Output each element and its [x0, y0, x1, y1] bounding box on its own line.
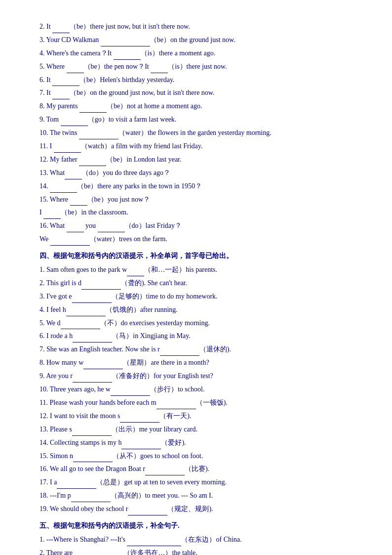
blank-s17[interactable] — [57, 482, 96, 489]
s16: 16. We all go to see the Dragon Boat r（比… — [39, 463, 362, 475]
blank-5b[interactable] — [151, 66, 168, 73]
blank-15a[interactable] — [70, 199, 87, 206]
section-4-title: 四、根据句意和括号内的汉语提示，补全单词，首字母已给出。 — [39, 250, 362, 262]
exercise-content: 2. It （be）there just now, but it isn't t… — [39, 20, 362, 555]
blank-s19[interactable] — [128, 509, 167, 515]
s14: 14. Collecting stamps is my h（爱好). — [39, 436, 362, 449]
s5: 5. We d（不）do exercises yesterday morning… — [39, 317, 362, 330]
blank-8[interactable] — [79, 106, 107, 113]
line-15a: 15. Where （be）you just now？ — [39, 193, 362, 206]
s12: 12. I want to visit the moon s（有一天). — [39, 410, 362, 423]
blank-16b[interactable] — [98, 225, 125, 232]
blank-s12[interactable] — [120, 416, 159, 423]
blank-s14[interactable] — [121, 442, 161, 449]
blank-t1a[interactable] — [127, 539, 154, 546]
s7: 7. She was an English teacher. Now she i… — [39, 343, 362, 356]
blank-s7[interactable] — [160, 349, 199, 356]
line-9: 9. Tom （go）to visit a farm last week. — [39, 113, 362, 126]
s13: 13. Please s（出示）me your library card. — [39, 423, 362, 436]
blank-s5[interactable] — [61, 322, 100, 329]
s19: 19. We should obey the school r（规定、规则). — [39, 503, 362, 515]
blank-s8[interactable] — [83, 362, 123, 369]
blank-t2[interactable] — [74, 553, 123, 555]
blank-s2[interactable] — [81, 283, 121, 290]
blank-s3[interactable] — [72, 296, 112, 303]
line-7: 7. It （be）on the ground just now, but it… — [39, 86, 362, 99]
line-12: 12. My father （be）in London last year. — [39, 153, 362, 166]
blank-13[interactable] — [65, 172, 82, 179]
blank-s6[interactable] — [73, 336, 112, 342]
blank-s15[interactable] — [73, 455, 113, 462]
blank-11[interactable] — [54, 146, 81, 153]
s8: 8. How many w（星期）are there in a month? — [39, 356, 362, 369]
blank-t1b[interactable] — [154, 539, 181, 546]
s2: 2. This girl is d（聋的). She can't hear. — [39, 277, 362, 290]
s15: 15. Simon n（从不）goes to school on foot. — [39, 450, 362, 463]
line-16c: We （water）trees on the farm. — [39, 233, 362, 246]
blank-9[interactable] — [61, 119, 88, 126]
blank-6[interactable] — [52, 79, 79, 86]
line-6: 6. It （be）Helen's birthday yesterday. — [39, 74, 362, 86]
blank-s16[interactable] — [145, 469, 185, 475]
blank-4[interactable] — [114, 53, 141, 60]
blank-s4[interactable] — [66, 309, 106, 316]
s18: 18. ---I'm p（高兴的）to meet you. --- So am … — [39, 489, 362, 502]
line-4: 4. Where's the camera？It （is）there a mom… — [39, 47, 362, 60]
line-2: 2. It （be）there just now, but it isn't t… — [39, 20, 362, 33]
s9: 9. Are you r（准备好的）for your English test? — [39, 370, 362, 383]
s17: 17. I a（总是）get up at ten to seven every … — [39, 476, 362, 489]
blank-16c[interactable] — [50, 239, 90, 246]
line-11: 11. I （watch）a film with my friend last … — [39, 140, 362, 153]
blank-12[interactable] — [79, 159, 106, 166]
s6: 6. I rode a h（马）in Xingjiang in May. — [39, 330, 362, 342]
line-3: 3. Your CD Walkman （be）on the ground jus… — [39, 34, 362, 46]
blank-3[interactable] — [101, 40, 150, 46]
line-5: 5. Where （be）the pen now？It （is）there ju… — [39, 60, 362, 73]
t2: 2. There are （许多书在…）the table. — [39, 547, 362, 555]
blank-2[interactable] — [52, 26, 70, 33]
line-14: 14. （be）there any parks in the town in 1… — [39, 180, 362, 193]
section-5-title: 五、根据句意和括号内的汉语提示，补全句子. — [39, 519, 362, 532]
s3: 3. I've got e（足够的）time to do my homework… — [39, 290, 362, 303]
line-15b: I （be）in the classroom. — [39, 206, 362, 219]
blank-5a[interactable] — [67, 66, 84, 73]
s10: 10. Three years ago, he w（步行）to school. — [39, 383, 362, 396]
line-8: 8. My parents （be）not at home a moment a… — [39, 100, 362, 113]
s11: 11. Please wash your hands before each m… — [39, 396, 362, 409]
line-10: 10. The twins （water）the flowers in the … — [39, 127, 362, 139]
blank-10[interactable] — [79, 132, 118, 139]
blank-s18[interactable] — [71, 495, 111, 502]
blank-15b[interactable] — [43, 212, 61, 219]
blank-s13[interactable] — [72, 429, 112, 436]
line-13: 13. What（do）you do three days ago？ — [39, 167, 362, 179]
blank-s9[interactable] — [73, 376, 112, 383]
line-16a: 16. What you （do）last Friday？ — [39, 219, 362, 232]
blank-s11[interactable] — [157, 402, 196, 409]
t1: 1. ---Where is Shanghai? ---It's （在东边）of… — [39, 533, 362, 546]
blank-14[interactable] — [50, 186, 77, 193]
s1: 1. Sam often goes to the park w（和…一起）his… — [39, 263, 362, 276]
blank-7[interactable] — [52, 92, 70, 99]
s4: 4. I feel h（饥饿的）after running. — [39, 303, 362, 316]
blank-16a[interactable] — [67, 225, 84, 232]
blank-s10[interactable] — [111, 389, 150, 396]
blank-s1[interactable] — [127, 269, 144, 276]
